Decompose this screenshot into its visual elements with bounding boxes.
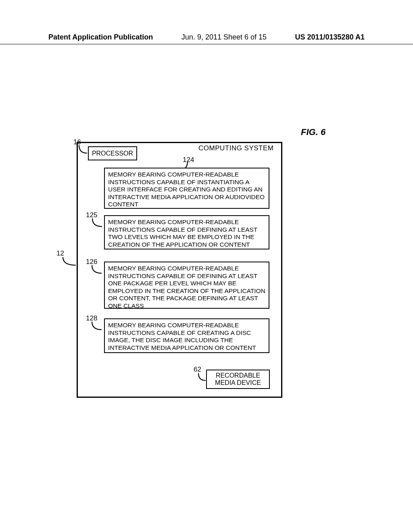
leader-curve-icon [77,144,88,155]
processor-label: PROCESSOR [92,150,133,157]
memory-block-125: MEMORY BEARING COMPUTER-READABLE INSTRUC… [104,215,269,249]
figure-label: FIG. 6 [301,127,325,137]
header-date-sheet: Jun. 9, 2011 Sheet 6 of 15 [181,33,267,42]
memory-block-128: MEMORY BEARING COMPUTER-READABLE INSTRUC… [104,318,269,353]
memory-block-124: MEMORY BEARING COMPUTER-READABLE INSTRUC… [104,168,269,209]
leader-curve-icon [91,218,103,228]
memory-block-128-text: MEMORY BEARING COMPUTER-READABLE INSTRUC… [108,322,256,351]
processor-box: PROCESSOR [88,146,137,160]
leader-curve-icon [197,372,206,382]
recordable-media-device-label: RECORDABLE MEDIA DEVICE [207,372,269,387]
header-pub-number: US 2011/0135280 A1 [295,33,365,42]
leader-curve-icon [90,321,102,331]
memory-block-124-text: MEMORY BEARING COMPUTER-READABLE INSTRUC… [108,171,265,208]
recordable-media-device-box: RECORDABLE MEDIA DEVICE [206,370,270,389]
memory-block-126: MEMORY BEARING COMPUTER-READABLE INSTRUC… [104,262,269,309]
memory-block-126-text: MEMORY BEARING COMPUTER-READABLE INSTRUC… [108,265,265,309]
computing-system-label: COMPUTING SYSTEM [198,144,274,152]
memory-block-125-text: MEMORY BEARING COMPUTER-READABLE INSTRUC… [108,218,257,248]
leader-curve-icon [90,264,102,275]
header-publication: Patent Application Publication [48,33,153,42]
page-header: Patent Application Publication Jun. 9, 2… [0,33,413,44]
leader-curve-icon [61,256,77,267]
